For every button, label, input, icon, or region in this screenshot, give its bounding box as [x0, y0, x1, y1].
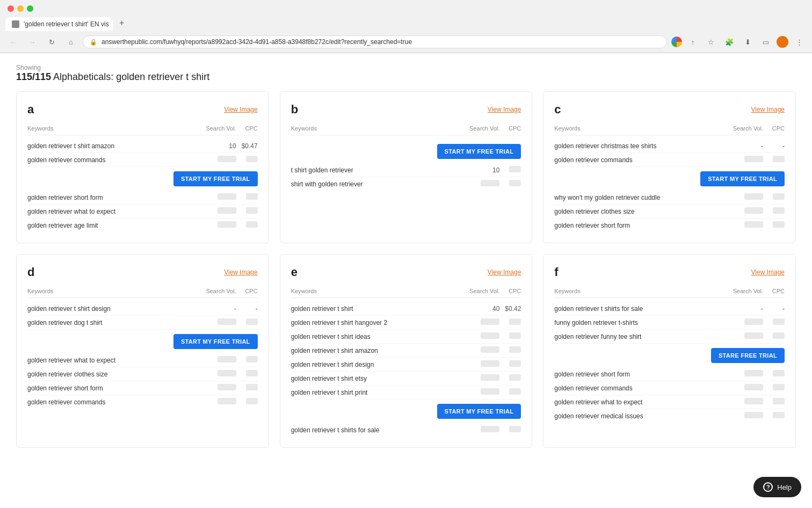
keyword-cpc [763, 207, 785, 215]
view-image-link-d[interactable]: View Image [224, 268, 257, 276]
keyword-name: golden retriever clothes size [27, 371, 199, 378]
keyword-name: golden retriever christmas tee shirts [554, 142, 726, 150]
keyword-name: t shirt golden retriever [291, 166, 462, 174]
maximize-button[interactable] [27, 5, 33, 12]
keyword-card-b: bView ImageKeywordsSearch Vol.CPCSTART M… [280, 91, 533, 243]
start-trial-button-c[interactable]: START MY FREE TRIAL [700, 171, 785, 186]
col-keywords-label: Keywords [554, 288, 726, 294]
menu-button[interactable]: ⋮ [792, 34, 807, 49]
blur-vol [481, 180, 499, 186]
back-button[interactable]: ← [5, 34, 20, 49]
keyword-cpc [236, 356, 258, 364]
keyword-name: why won't my golden retriever cuddle [554, 194, 726, 201]
keyword-vol [726, 398, 763, 406]
keyword-cpc [499, 318, 521, 326]
view-image-link-e[interactable]: View Image [488, 268, 521, 276]
blur-vol [744, 332, 763, 339]
keyword-cpc: - [763, 142, 785, 150]
keyword-cpc [236, 193, 258, 201]
tab-title: 'golden retriever t shirt' EN vis [24, 20, 109, 28]
tab-favicon [12, 20, 19, 28]
keyword-vol: 10 [462, 166, 499, 174]
keyword-vol [462, 332, 499, 340]
col-searchvol-label: Search Vol. [199, 125, 236, 132]
keyword-cpc [763, 384, 785, 392]
keyword-cpc [499, 426, 521, 434]
keyword-name: golden retriever t shirt hangover 2 [291, 319, 462, 326]
devices-button[interactable]: ▭ [758, 34, 773, 49]
blur-vol [744, 207, 763, 214]
card-letter-d: d [27, 265, 34, 279]
keyword-name: shirt with golden retriever [291, 180, 462, 188]
home-button[interactable]: ⌂ [63, 34, 78, 49]
keyword-name: golden retriever what to expect [27, 208, 199, 215]
keyword-vol [199, 384, 236, 392]
blur-cpc [773, 221, 785, 228]
blur-vol [744, 412, 763, 418]
share-button[interactable]: ↑ [685, 34, 700, 49]
keyword-cpc [499, 346, 521, 354]
minimize-button[interactable] [17, 5, 24, 12]
keyword-vol [726, 193, 763, 201]
blur-vol [218, 221, 236, 228]
view-image-link-b[interactable]: View Image [488, 106, 521, 113]
blur-cpc [773, 332, 785, 339]
keywords-table-d: KeywordsSearch Vol.CPCgolden retriever t… [27, 288, 258, 409]
keyword-vol [462, 360, 499, 368]
keyword-vol [462, 388, 499, 396]
cta-row-a: START MY FREE TRIAL [27, 167, 258, 191]
keyword-row: golden retriever t shirt hangover 2 [291, 316, 521, 330]
download-button[interactable]: ⬇ [740, 34, 755, 49]
keywords-table-c: KeywordsSearch Vol.CPCgolden retriever c… [554, 125, 785, 232]
forward-button[interactable]: → [25, 34, 40, 49]
keyword-row: golden retriever t shirt ideas [291, 330, 521, 344]
keyword-vol [462, 180, 499, 188]
keyword-row: golden retriever short form [554, 219, 785, 232]
start-trial-button-a[interactable]: START MY FREE TRIAL [173, 171, 258, 186]
blur-cpc [246, 398, 258, 404]
blur-cpc [246, 356, 258, 362]
start-trial-button-b[interactable]: START MY FREE TRIAL [437, 144, 521, 159]
blur-vol [218, 384, 236, 390]
keyword-name: golden retriever what to expect [554, 398, 726, 406]
col-keywords-label: Keywords [27, 125, 199, 132]
address-bar[interactable]: 🔒 answerthepublic.com/fuwhyq/reports/a89… [83, 35, 667, 48]
keyword-card-c: cView ImageKeywordsSearch Vol.CPCgolden … [543, 91, 796, 243]
start-trial-button-f[interactable]: StarE Free TRial [711, 348, 785, 363]
start-trial-button-e[interactable]: START MY FREE TRIAL [437, 404, 521, 419]
view-image-link-f[interactable]: View Image [751, 268, 785, 276]
view-image-link-a[interactable]: View Image [224, 106, 257, 113]
active-tab[interactable]: 'golden retriever t shirt' EN vis ✕ [5, 17, 113, 31]
keyword-name: golden retriever t shirt amazon [27, 142, 199, 150]
close-button[interactable] [8, 5, 14, 12]
keyword-vol: - [199, 305, 236, 313]
card-header-d: dView Image [27, 265, 258, 279]
start-trial-button-d[interactable]: START MY FREE TRIAL [173, 334, 258, 349]
keyword-vol [199, 156, 236, 164]
keyword-row: golden retriever t shirt amazon [291, 344, 521, 358]
keyword-name: golden retriever what to expect [27, 357, 199, 364]
extensions-button[interactable]: 🧩 [722, 34, 737, 49]
keyword-cpc [763, 398, 785, 406]
keyword-row: golden retriever t shirt etsy [291, 372, 521, 386]
keyword-row: golden retriever clothes size [554, 205, 785, 219]
help-button[interactable]: ? Help [753, 477, 801, 497]
user-avatar[interactable] [777, 36, 788, 48]
new-tab-button[interactable]: + [113, 15, 130, 31]
keyword-row: golden retriever clothes size [27, 367, 258, 381]
bookmark-button[interactable]: ☆ [704, 34, 719, 49]
view-image-link-c[interactable]: View Image [751, 106, 785, 113]
keyword-row: why won't my golden retriever cuddle [554, 191, 785, 205]
reload-button[interactable]: ↻ [44, 34, 59, 49]
keyword-row: golden retriever what to expect [27, 353, 258, 367]
browser-chrome: 'golden retriever t shirt' EN vis ✕ + ← … [0, 0, 812, 53]
col-cpc-label: CPC [236, 288, 258, 294]
blur-vol [481, 346, 499, 353]
keyword-row: golden retriever t shirt design [291, 358, 521, 372]
keyword-vol [199, 193, 236, 201]
blur-vol [481, 318, 499, 325]
keyword-cpc [499, 166, 521, 174]
keyword-row: funny golden retriever t-shirts [554, 316, 785, 330]
keyword-row: golden retriever dog t shirt [27, 316, 258, 330]
card-header-c: cView Image [554, 103, 785, 117]
